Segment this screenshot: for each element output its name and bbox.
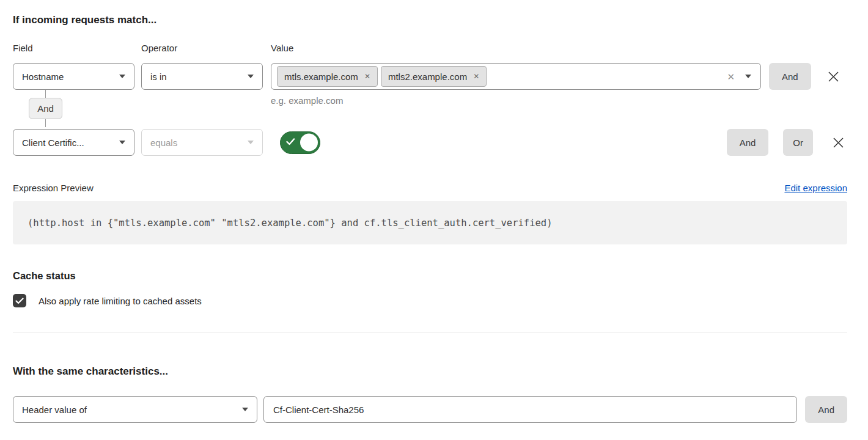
operator-select-row1-value: is in [150,72,167,82]
expression-header: Expression Preview Edit expression [13,183,847,193]
chevron-down-icon [119,75,125,78]
field-select-row2[interactable]: Client Certific... [13,129,134,156]
cert-verified-toggle-on[interactable] [280,131,320,154]
characteristics-title: With the same characteristics... [13,365,847,378]
row-connector-area: And e.g. example.com [13,90,847,129]
add-or-condition-button-row2[interactable]: Or [783,129,813,156]
toggle-knob [300,134,318,152]
value-helper-text: e.g. example.com [271,95,343,106]
chevron-down-icon [248,141,254,144]
remove-tag-icon[interactable]: ✕ [473,73,479,80]
value-combo-controls: ✕ [727,72,751,81]
connector-line [45,119,46,127]
characteristics-row: Header value of And [13,396,847,423]
cache-checkbox-row: Also apply rate limiting to cached asset… [13,294,847,307]
value-column-label: Value [271,43,293,53]
edit-expression-link[interactable]: Edit expression [784,183,847,193]
field-select-row1-value: Hostname [22,72,64,82]
delete-row1-button[interactable] [825,63,843,90]
cached-assets-checkbox-checked[interactable] [13,294,26,307]
check-icon [15,298,24,304]
add-and-condition-button-row1[interactable]: And [769,63,811,90]
field-select-row2-value: Client Certific... [22,138,84,148]
clear-value-icon[interactable]: ✕ [727,72,735,81]
value-tag-text: mtls.example.com [284,72,358,82]
operator-column-label: Operator [141,43,271,53]
chevron-down-icon[interactable] [745,75,751,78]
chevron-down-icon [119,141,125,144]
chevron-down-icon [248,75,254,78]
close-icon [828,71,839,82]
add-and-condition-button-row2[interactable]: And [727,129,769,156]
expression-code: (http.host in {"mtls.example.com" "mtls2… [28,218,553,229]
cached-assets-checkbox-label: Also apply rate limiting to cached asset… [39,296,202,306]
field-column-label: Field [13,43,141,53]
connector-line [45,90,46,98]
operator-select-row2-disabled: equals [141,129,263,156]
rule-row-2: Client Certific... equals And Or [13,129,847,156]
connector-column: And [27,90,64,127]
value-tag-text: mtls2.example.com [388,72,467,82]
characteristic-select[interactable]: Header value of [13,396,257,423]
characteristic-select-value: Header value of [22,405,87,415]
check-icon [286,137,295,148]
value-multiselect-row1[interactable]: mtls.example.com ✕ mtls2.example.com ✕ ✕ [271,63,761,90]
expression-preview-label: Expression Preview [13,183,94,193]
rule-builder: If incoming requests match... Field Oper… [0,0,868,423]
expression-code-block: (http.host in {"mtls.example.com" "mtls2… [13,201,847,244]
operator-select-row1[interactable]: is in [141,63,263,90]
column-labels: Field Operator Value [13,43,847,53]
value-tag: mtls.example.com ✕ [277,66,378,87]
field-select-row1[interactable]: Hostname [13,63,134,90]
cache-status-title: Cache status [13,270,847,282]
match-section-title: If incoming requests match... [13,14,847,26]
rule-row-1: Hostname is in mtls.example.com ✕ mtls2.… [13,63,847,90]
operator-select-row2-value: equals [150,138,177,148]
section-divider [13,332,847,332]
chevron-down-icon [242,408,248,411]
row-connector-and-button[interactable]: And [29,98,62,119]
delete-row2-button[interactable] [829,137,847,148]
remove-tag-icon[interactable]: ✕ [364,73,370,80]
value-tag: mtls2.example.com ✕ [381,66,487,87]
add-characteristic-button[interactable]: And [805,396,847,423]
close-icon [833,137,844,148]
row2-actions: And Or [727,129,847,156]
header-name-input[interactable] [263,396,797,423]
